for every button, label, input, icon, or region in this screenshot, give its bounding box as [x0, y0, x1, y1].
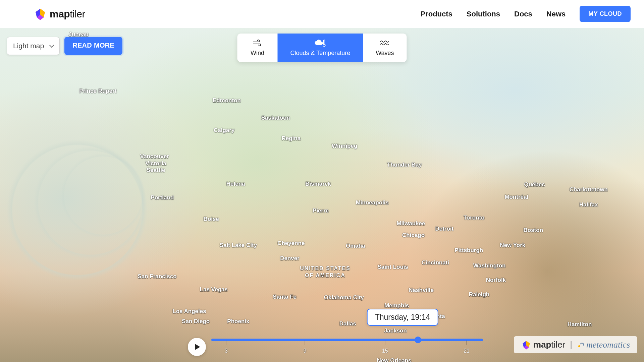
svg-point-2	[578, 345, 580, 347]
basemap-style-select[interactable]: Light map	[7, 37, 60, 55]
brand-logo[interactable]: maptiler	[34, 7, 85, 21]
tab-wind[interactable]: Wind	[237, 34, 277, 62]
city-label: Boston	[523, 227, 543, 234]
city-label: Hamilton	[568, 321, 592, 328]
city-label: Seattle	[147, 167, 165, 174]
cloud-thermometer-icon	[314, 38, 327, 48]
city-label: Memphis	[384, 302, 409, 309]
top-left-controls: Light map READ MORE	[7, 37, 122, 55]
play-icon	[195, 344, 201, 350]
city-label: Edmonton	[213, 97, 241, 104]
city-label: Los Angeles	[172, 308, 206, 315]
city-label: Cheyenne	[277, 240, 305, 247]
city-label: Helena	[226, 181, 245, 187]
nav-solutions[interactable]: Solutions	[467, 10, 500, 18]
attribution: maptiler | meteomatics	[514, 336, 637, 353]
nav-products[interactable]: Products	[420, 10, 452, 18]
city-label: Dallas	[339, 320, 356, 327]
time-tooltip: Thursday, 19:14	[367, 309, 438, 326]
city-label: New Orleans	[377, 357, 412, 362]
city-label: Omaha	[346, 243, 365, 249]
city-label: Toronto	[464, 215, 485, 221]
country-label: UNITED STATESOF AMERICA	[300, 265, 351, 279]
read-more-button[interactable]: READ MORE	[64, 37, 122, 55]
chevron-down-icon	[49, 43, 54, 48]
layer-tabs: Wind Clouds & Temperature Waves	[237, 34, 407, 62]
city-label: Minneapolis	[356, 199, 389, 206]
city-label: Prince Rupert	[79, 88, 116, 95]
city-label: Portland	[151, 194, 174, 201]
tab-clouds-temperature[interactable]: Clouds & Temperature	[277, 34, 363, 62]
city-label: Chicago	[402, 232, 425, 239]
city-label: Regina	[281, 135, 301, 142]
city-label: Pierre	[313, 207, 329, 214]
tab-waves-label: Waves	[376, 50, 394, 57]
city-label: Oklahoma City	[324, 294, 364, 301]
city-label: Washington	[473, 262, 506, 269]
city-label: Saint Louis	[377, 264, 408, 270]
attribution-maptiler[interactable]: maptiler	[521, 340, 565, 350]
city-label: Saskatoon	[261, 115, 290, 121]
city-label: Denver	[280, 255, 300, 262]
tab-waves[interactable]: Waves	[363, 34, 407, 62]
city-label: Thunder Bay	[387, 162, 422, 168]
city-label: Vancouver	[140, 153, 169, 160]
nav: Products Solutions Docs News MY CLOUD	[420, 6, 631, 22]
city-label: Norfolk	[486, 277, 506, 284]
basemap-style-label: Light map	[13, 42, 44, 50]
separator: |	[570, 340, 572, 350]
city-label: Cincinnati	[422, 259, 449, 266]
slider-thumb[interactable]	[415, 337, 421, 343]
city-label: Detroit	[435, 226, 453, 232]
logo-icon	[34, 7, 47, 21]
city-label: Bismarck	[305, 181, 331, 187]
city-label: Charlottetown	[570, 186, 608, 193]
time-slider[interactable]	[211, 339, 483, 341]
city-label: Las Vegas	[200, 286, 228, 293]
city-label: Québec	[524, 181, 545, 188]
city-label: Montréal	[504, 194, 528, 200]
tab-wind-label: Wind	[251, 50, 264, 57]
logo-icon	[521, 340, 531, 350]
play-button[interactable]	[188, 338, 206, 356]
my-cloud-button[interactable]: MY CLOUD	[580, 6, 631, 22]
tab-clouds-label: Clouds & Temperature	[290, 50, 350, 57]
city-label: Jackson	[384, 327, 407, 334]
slider-track	[211, 339, 483, 341]
city-label: Santa Fe	[273, 294, 297, 300]
attribution-meteomatics[interactable]: meteomatics	[577, 340, 630, 350]
city-label: Nashville	[409, 287, 434, 294]
header: maptiler Products Solutions Docs News MY…	[0, 0, 644, 28]
city-label: Boise	[204, 216, 219, 223]
city-label: Phoenix	[227, 318, 249, 325]
meteo-icon	[577, 341, 584, 349]
city-label: Winnipeg	[332, 143, 357, 149]
city-label: Calgary	[214, 127, 234, 134]
wind-icon	[252, 38, 262, 48]
city-label: Pittsburgh	[454, 247, 483, 254]
city-label: San Diego	[182, 318, 210, 325]
city-label: Salt Lake City	[220, 242, 257, 249]
city-label: Milwaukee	[396, 220, 425, 227]
city-label: San Francisco	[138, 273, 176, 280]
city-label: New York	[500, 242, 525, 249]
city-label: Victoria	[146, 160, 166, 167]
brand-text: maptiler	[50, 8, 85, 20]
city-label: Raleigh	[469, 291, 489, 298]
city-label: Halifax	[579, 201, 598, 208]
nav-news[interactable]: News	[546, 10, 566, 18]
nav-docs[interactable]: Docs	[514, 10, 532, 18]
waves-icon	[380, 38, 390, 48]
